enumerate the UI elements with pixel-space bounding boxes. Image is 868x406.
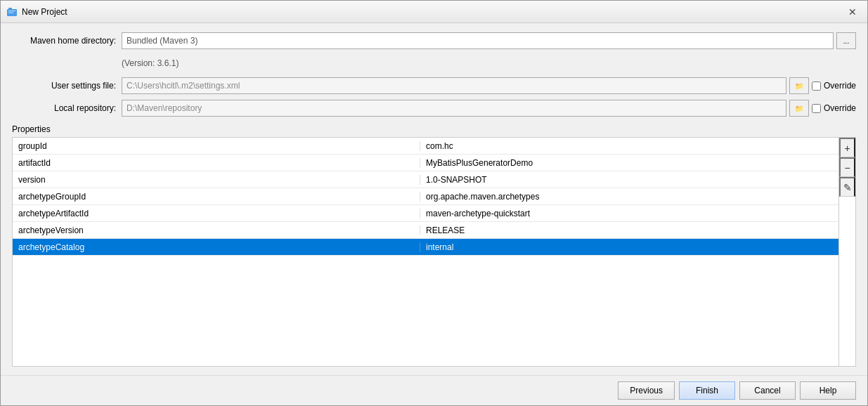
table-row[interactable]: version1.0-SNAPSHOT <box>13 171 838 188</box>
edit-property-button[interactable]: ✎ <box>839 177 855 197</box>
properties-actions: + − ✎ <box>838 138 855 366</box>
property-key: archetypeCatalog <box>13 242 420 252</box>
new-project-dialog: New Project ✕ Maven home directory: Bund… <box>0 0 868 406</box>
table-row[interactable]: archetypeVersionRELEASE <box>13 222 838 239</box>
remove-property-button[interactable]: − <box>839 157 855 177</box>
maven-home-label: Maven home directory: <box>12 36 116 46</box>
dialog-footer: Previous Finish Cancel Help <box>1 375 867 405</box>
dialog-icon <box>6 6 18 18</box>
user-settings-browse-button[interactable]: 📁 <box>789 77 809 94</box>
maven-version-text: (Version: 3.6.1) <box>122 58 179 68</box>
dialog-body: Maven home directory: Bundled (Maven 3) … <box>1 23 867 375</box>
property-value: MyBatisPlusGeneratorDemo <box>420 158 838 168</box>
properties-table: groupIdcom.hcartifactIdMyBatisPlusGenera… <box>13 138 838 366</box>
local-repo-browse-button[interactable]: 📁 <box>789 100 809 117</box>
previous-button[interactable]: Previous <box>618 381 675 400</box>
help-button[interactable]: Help <box>800 381 856 400</box>
property-key: artifactId <box>13 158 420 168</box>
local-repo-input-group: 📁 Override <box>122 100 856 117</box>
version-row: (Version: 3.6.1) <box>12 54 856 72</box>
local-repo-input[interactable] <box>122 100 786 117</box>
add-property-button[interactable]: + <box>839 138 855 157</box>
folder-icon: 📁 <box>795 82 803 90</box>
svg-rect-1 <box>8 8 12 10</box>
table-row[interactable]: archetypeGroupIdorg.apache.maven.archety… <box>13 188 838 205</box>
maven-home-input-group: Bundled (Maven 3) ... <box>122 32 856 49</box>
property-value: maven-archetype-quickstart <box>420 209 838 218</box>
properties-label: Properties <box>12 124 856 134</box>
properties-container: groupIdcom.hcartifactIdMyBatisPlusGenera… <box>12 137 856 367</box>
title-bar-controls: ✕ <box>843 3 862 21</box>
property-value: com.hc <box>420 141 838 151</box>
property-key: archetypeArtifactId <box>13 209 420 218</box>
finish-button[interactable]: Finish <box>679 381 735 400</box>
property-value: internal <box>420 242 838 252</box>
user-settings-input-group: 📁 Override <box>122 77 856 94</box>
local-repo-override-group: Override <box>812 100 856 117</box>
local-repo-override-checkbox[interactable] <box>812 104 821 113</box>
user-settings-label: User settings file: <box>12 81 116 91</box>
dialog-title: New Project <box>22 7 843 17</box>
property-value: 1.0-SNAPSHOT <box>420 175 838 185</box>
property-key: version <box>13 175 420 185</box>
table-row[interactable]: groupIdcom.hc <box>13 138 838 155</box>
property-key: archetypeVersion <box>13 225 420 235</box>
maven-home-dropdown[interactable]: Bundled (Maven 3) <box>122 32 834 49</box>
user-settings-input[interactable] <box>122 77 786 94</box>
user-settings-row: User settings file: 📁 Override <box>12 77 856 95</box>
svg-rect-3 <box>8 12 13 13</box>
local-repo-override-label: Override <box>824 103 856 113</box>
property-value: org.apache.maven.archetypes <box>420 192 838 202</box>
maven-home-browse-button[interactable]: ... <box>836 32 856 49</box>
svg-rect-2 <box>8 11 15 11</box>
local-repo-row: Local repository: 📁 Override <box>12 99 856 117</box>
maven-home-row: Maven home directory: Bundled (Maven 3) … <box>12 32 856 50</box>
close-button[interactable]: ✕ <box>843 3 862 21</box>
table-row[interactable]: archetypeArtifactIdmaven-archetype-quick… <box>13 205 838 222</box>
table-row[interactable]: artifactIdMyBatisPlusGeneratorDemo <box>13 155 838 171</box>
properties-section: Properties groupIdcom.hcartifactIdMyBati… <box>12 124 856 367</box>
cancel-button[interactable]: Cancel <box>739 381 796 400</box>
user-settings-override-label: Override <box>824 81 856 91</box>
property-key: archetypeGroupId <box>13 192 420 202</box>
local-repo-label: Local repository: <box>12 103 116 113</box>
user-settings-override-checkbox[interactable] <box>812 81 821 91</box>
property-key: groupId <box>13 141 420 151</box>
folder-icon: 📁 <box>795 105 803 112</box>
table-row[interactable]: archetypeCataloginternal <box>13 239 838 256</box>
user-settings-override-group: Override <box>812 77 856 94</box>
title-bar: New Project ✕ <box>1 1 867 23</box>
property-value: RELEASE <box>420 225 838 235</box>
